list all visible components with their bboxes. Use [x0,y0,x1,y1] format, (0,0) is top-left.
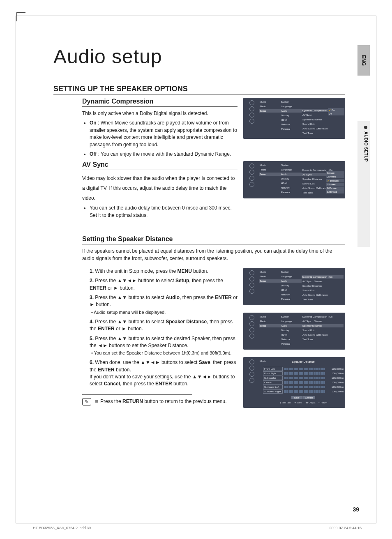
sd-lead: If the speakers cannot be placed at equa… [82,248,345,262]
footer-stamp: 2009-07-24 5:44:16 [329,526,362,530]
av-para: Video may look slower than the audio whe… [82,173,238,203]
dc-heading: Dynamic Compression [82,98,238,107]
footer-file: HT-BD3252A_XAA_0724-2.indd 39 [33,526,91,530]
screenshot-dc: MusicPhotoSetup SystemLanguage AudioDisp… [243,98,345,139]
screenshot-sd1: MusicPhotoSetup SystemLanguage AudioDisp… [243,268,345,305]
tab-eng: ENG [357,45,370,76]
sd-step3: 3. Press the ▲▼ buttons to select Audio,… [90,294,238,316]
screenshot-sd3: Music Speaker Distance Front Left10ft (3… [243,357,345,408]
screenshot-sd2: MusicPhotoSetup SystemLanguage AudioDisp… [243,313,345,350]
dc-lead: This is only active when a Dolby Digital… [82,110,238,117]
sd-step2: 2. Press the ▲▼◄► buttons to select Setu… [90,277,238,292]
dc-off: Off : You can enjoy the movie with the s… [90,151,238,158]
screenshot-av: MusicPhotoSetup SystemLanguage AudioDisp… [243,161,345,198]
footer: HT-BD3252A_XAA_0724-2.indd 39 2009-07-24… [33,526,362,530]
note: ✎ Press the RETURN button to return to t… [82,398,238,405]
av-heading: AV Sync [82,161,238,170]
dc-on: On : When Movie soundtracks are played a… [90,120,238,148]
page-title: Audio setup [53,45,345,68]
tab-section: AUDIO SETUP [360,126,368,162]
sd-step5: 5. Press the ▲▼ buttons to select the de… [90,335,238,357]
section-heading: SETTING UP THE SPEAKER OPTIONS [53,85,345,93]
sd-step4: 4. Press the ▲▼ buttons to select Speake… [90,318,238,333]
bullet-icon [364,126,367,129]
sd-step6: 6. When done, use the ▲▼◄► buttons to se… [90,359,238,388]
sd-step1: 1. With the unit in Stop mode, press the… [90,268,238,275]
page-number: 39 [353,506,359,513]
note-icon: ✎ [82,398,91,405]
sd-heading: Setting the Speaker Distance [82,235,345,244]
av-li: You can set the audio delay time between… [90,205,238,219]
